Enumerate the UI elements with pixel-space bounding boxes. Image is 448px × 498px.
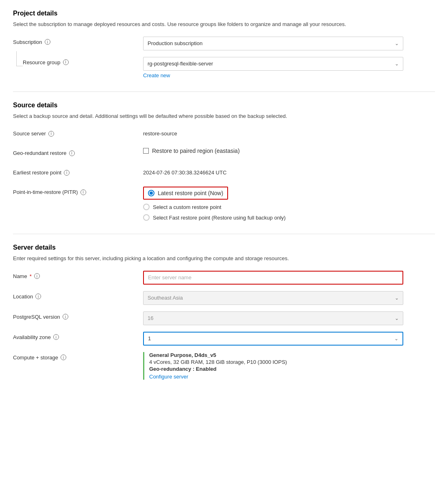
server-details-section: Server details Enter required settings f…: [13, 244, 435, 380]
resource-group-value: rg-postgresql-flexible-server: [148, 61, 213, 67]
project-details-title: Project details: [13, 10, 435, 17]
name-info-icon[interactable]: i: [34, 273, 40, 279]
source-details-section: Source details Select a backup source an…: [13, 102, 435, 221]
availability-zone-chevron-icon: ⌄: [394, 336, 398, 341]
availability-zone-value: 1: [148, 335, 151, 341]
server-details-desc: Enter required settings for this server,…: [13, 254, 435, 263]
earliest-restore-row: Earliest restore point i 2024-07-26 07:3…: [13, 167, 435, 180]
postgresql-version-chevron-icon: ⌄: [395, 315, 399, 321]
postgresql-version-select: 16 ⌄: [143, 311, 403, 325]
location-chevron-icon: ⌄: [395, 295, 399, 301]
resource-group-indent: Resource group i: [13, 59, 69, 65]
pitr-radio-custom[interactable]: [143, 204, 150, 210]
name-input[interactable]: [143, 271, 403, 285]
resource-group-info-icon[interactable]: i: [63, 59, 69, 65]
compute-storage-info-icon[interactable]: i: [61, 354, 66, 360]
pitr-highlight-box: Latest restore point (Now): [143, 187, 228, 200]
compute-storage-box: General Purpose, D4ds_v5 4 vCores, 32 Gi…: [143, 352, 403, 380]
source-server-value: restore-source: [143, 128, 403, 137]
subscription-value: Production subscription: [148, 40, 202, 46]
resource-group-label-wrapper: Resource group i: [13, 57, 143, 65]
location-row: Location i Southeast Asia ⌄: [13, 291, 435, 305]
pitr-option-custom[interactable]: Select a custom restore point: [143, 204, 403, 210]
compute-detail: 4 vCores, 32 GiB RAM, 128 GiB storage, P…: [149, 359, 403, 365]
create-new-link[interactable]: Create new: [143, 72, 170, 78]
pitr-control: Latest restore point (Now) Select a cust…: [143, 187, 403, 221]
configure-server-link[interactable]: Configure server: [149, 374, 188, 380]
pitr-option-custom-label: Select a custom restore point: [153, 204, 221, 210]
subscription-control: Production subscription ⌄: [143, 37, 403, 50]
name-label: Name * i: [13, 271, 143, 279]
location-info-icon[interactable]: i: [35, 294, 41, 299]
name-required-star: *: [30, 273, 32, 279]
availability-zone-row: Availability zone i 1 ⌄: [13, 332, 435, 346]
compute-geo-redundancy: Geo-redundancy : Enabled: [149, 366, 403, 372]
source-details-title: Source details: [13, 102, 435, 109]
source-server-control: restore-source: [143, 128, 403, 137]
compute-storage-control: General Purpose, D4ds_v5 4 vCores, 32 Gi…: [143, 352, 403, 380]
earliest-restore-control: 2024-07-26 07:30:38.3246624 UTC: [143, 167, 403, 176]
earliest-restore-value: 2024-07-26 07:30:38.3246624 UTC: [143, 167, 403, 176]
pitr-radio-latest[interactable]: [148, 190, 154, 196]
earliest-restore-info-icon[interactable]: i: [64, 170, 70, 176]
name-control: [143, 271, 403, 285]
source-server-label: Source server i: [13, 128, 143, 137]
geo-redundant-row: Geo-redundant restore i Restore to paire…: [13, 148, 435, 161]
postgresql-version-row: PostgreSQL version i 16 ⌄: [13, 311, 435, 325]
location-control: Southeast Asia ⌄: [143, 291, 403, 305]
compute-storage-label: Compute + storage i: [13, 352, 143, 361]
pitr-info-icon[interactable]: i: [80, 189, 86, 195]
postgresql-version-info-icon[interactable]: i: [63, 314, 68, 320]
availability-zone-control: 1 ⌄: [143, 332, 403, 346]
geo-redundant-checkbox-label: Restore to paired region (eastasia): [152, 148, 240, 154]
geo-redundant-info-icon[interactable]: i: [69, 150, 75, 156]
project-details-section: Project details Select the subscription …: [13, 10, 435, 78]
resource-group-select[interactable]: rg-postgresql-flexible-server ⌄: [143, 57, 403, 71]
subscription-row: Subscription i Production subscription ⌄: [13, 37, 435, 50]
pitr-row: Point-in-time-restore (PITR) i Latest re…: [13, 187, 435, 221]
earliest-restore-label: Earliest restore point i: [13, 167, 143, 176]
source-server-row: Source server i restore-source: [13, 128, 435, 141]
subscription-info-icon[interactable]: i: [45, 39, 50, 45]
geo-redundant-checkbox-row: Restore to paired region (eastasia): [143, 148, 403, 154]
subscription-chevron-icon: ⌄: [395, 41, 399, 46]
postgresql-version-control: 16 ⌄: [143, 311, 403, 325]
location-value: Southeast Asia: [148, 295, 183, 301]
availability-zone-info-icon[interactable]: i: [53, 334, 59, 340]
postgresql-version-label: PostgreSQL version i: [13, 311, 143, 320]
availability-zone-label: Availability zone i: [13, 332, 143, 340]
subscription-label: Subscription i: [13, 37, 143, 45]
postgresql-version-value: 16: [148, 315, 153, 321]
pitr-option-fast[interactable]: Select Fast restore point (Restore using…: [143, 214, 403, 221]
pitr-option-latest[interactable]: Latest restore point (Now): [143, 187, 403, 200]
resource-group-row: Resource group i rg-postgresql-flexible-…: [13, 57, 435, 78]
subscription-select[interactable]: Production subscription ⌄: [143, 37, 403, 50]
pitr-option-latest-label: Latest restore point (Now): [158, 190, 223, 196]
project-details-desc: Select the subscription to manage deploy…: [13, 20, 435, 28]
pitr-radio-group: Latest restore point (Now) Select a cust…: [143, 187, 403, 221]
divider-2: [13, 234, 435, 234]
location-select: Southeast Asia ⌄: [143, 291, 403, 305]
compute-tier: General Purpose, D4ds_v5: [149, 352, 403, 358]
resource-group-control: rg-postgresql-flexible-server ⌄ Create n…: [143, 57, 403, 78]
geo-redundant-control: Restore to paired region (eastasia): [143, 148, 403, 154]
pitr-radio-fast[interactable]: [143, 214, 150, 221]
pitr-option-fast-label: Select Fast restore point (Restore using…: [153, 215, 286, 221]
availability-zone-select[interactable]: 1 ⌄: [143, 332, 403, 346]
divider-1: [13, 91, 435, 92]
geo-redundant-checkbox[interactable]: [143, 148, 149, 154]
pitr-label: Point-in-time-restore (PITR) i: [13, 187, 143, 195]
location-label: Location i: [13, 291, 143, 300]
name-row: Name * i: [13, 271, 435, 285]
geo-redundant-label: Geo-redundant restore i: [13, 148, 143, 156]
source-server-info-icon[interactable]: i: [48, 131, 54, 137]
source-details-desc: Select a backup source and detail. Addit…: [13, 112, 435, 120]
resource-group-chevron-icon: ⌄: [395, 61, 399, 67]
server-details-title: Server details: [13, 244, 435, 251]
compute-storage-row: Compute + storage i General Purpose, D4d…: [13, 352, 435, 380]
